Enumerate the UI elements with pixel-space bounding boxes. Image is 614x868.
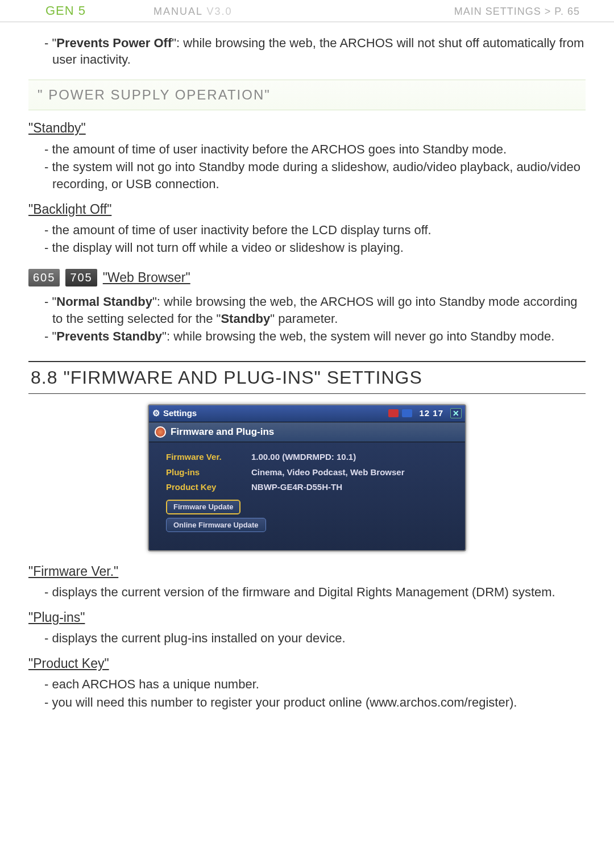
list-item: the amount of time of user inactivity be…	[44, 141, 586, 158]
panel-row-firmware: Firmware Ver. 1.00.00 (WMDRMPD: 10.1)	[166, 451, 455, 463]
backlight-heading: "Backlight Off"	[28, 201, 586, 218]
header-manual-label: MANUAL	[154, 6, 202, 17]
battery-icon	[402, 409, 412, 417]
firmware-update-button[interactable]: Firmware Update	[166, 500, 240, 514]
list-item: displays the current plug-ins installed …	[44, 630, 586, 647]
list-item: the display will not turn off while a vi…	[44, 239, 586, 256]
page-header: GEN 5 MANUAL V3.0 MAIN SETTINGS > P. 65	[0, 0, 614, 22]
panel-body: Firmware Ver. 1.00.00 (WMDRMPD: 10.1) Pl…	[149, 442, 465, 550]
panel-value: 1.00.00 (WMDRMPD: 10.1)	[251, 451, 356, 463]
volume-icon	[388, 409, 399, 417]
panel-row-productkey: Product Key NBWP-GE4R-D55H-TH	[166, 481, 455, 493]
product-key-list: each ARCHOS has a unique number. you wil…	[28, 676, 586, 711]
list-item: the system will not go into Standby mode…	[44, 159, 586, 192]
plugins-heading: "Plug-ins"	[28, 609, 586, 626]
firmware-panel: ⚙ Settings 12 17 ✕ Firmware and Plug-ins…	[148, 404, 466, 551]
intro-list: "Prevents Power Off": while browsing the…	[28, 35, 586, 68]
clock: 12 17	[419, 408, 443, 419]
firmware-ver-list: displays the current version of the firm…	[28, 584, 586, 601]
model-badge-605: 605	[28, 269, 60, 286]
firmware-ver-heading: "Firmware Ver."	[28, 563, 586, 580]
gear-icon	[155, 426, 166, 438]
section-firmware-heading: 8.8 "FIRMWARE AND PLUG-INS" SETTINGS	[28, 361, 586, 394]
list-item: the amount of time of user inactivity be…	[44, 222, 586, 239]
panel-row-plugins: Plug-ins Cinema, Video Podcast, Web Brow…	[166, 467, 455, 478]
model-badge-705: 705	[65, 269, 97, 286]
list-item: "Normal Standby": while browsing the web…	[44, 293, 586, 327]
intro-item: "Prevents Power Off": while browsing the…	[44, 35, 586, 68]
panel-value: NBWP-GE4R-D55H-TH	[251, 481, 342, 493]
firmware-panel-wrap: ⚙ Settings 12 17 ✕ Firmware and Plug-ins…	[28, 404, 586, 551]
list-item: each ARCHOS has a unique number.	[44, 676, 586, 693]
list-item: you will need this number to register yo…	[44, 694, 586, 711]
online-firmware-update-button[interactable]: Online Firmware Update	[166, 518, 266, 533]
product-key-heading: "Product Key"	[28, 655, 586, 672]
panel-value: Cinema, Video Podcast, Web Browser	[251, 467, 405, 478]
backlight-list: the amount of time of user inactivity be…	[28, 222, 586, 256]
header-manual: MANUAL V3.0	[154, 5, 232, 18]
webbrowser-heading-row: 605 705 "Web Browser"	[28, 269, 586, 286]
panel-subtitle-text: Firmware and Plug-ins	[171, 426, 274, 439]
list-item: displays the current version of the firm…	[44, 584, 586, 601]
header-breadcrumb: MAIN SETTINGS > P. 65	[454, 5, 580, 18]
standby-heading: "Standby"	[28, 119, 586, 137]
header-gen: GEN 5	[45, 2, 154, 19]
section-power-supply: " POWER SUPPLY OPERATION"	[28, 80, 586, 110]
webbrowser-list: "Normal Standby": while browsing the web…	[28, 293, 586, 345]
plugins-list: displays the current plug-ins installed …	[28, 630, 586, 647]
webbrowser-heading: "Web Browser"	[103, 269, 190, 286]
panel-subtitle: Firmware and Plug-ins	[149, 422, 465, 443]
standby-list: the amount of time of user inactivity be…	[28, 141, 586, 193]
list-item: "Prevents Standby": while browsing the w…	[44, 328, 586, 345]
panel-title-text: Settings	[163, 408, 197, 419]
panel-label: Plug-ins	[166, 467, 251, 478]
header-version: V3.0	[206, 6, 232, 17]
settings-icon: ⚙	[152, 408, 160, 419]
close-icon[interactable]: ✕	[450, 408, 462, 418]
panel-label: Firmware Ver.	[166, 451, 251, 463]
panel-label: Product Key	[166, 481, 251, 493]
panel-titlebar: ⚙ Settings 12 17 ✕	[149, 405, 465, 421]
